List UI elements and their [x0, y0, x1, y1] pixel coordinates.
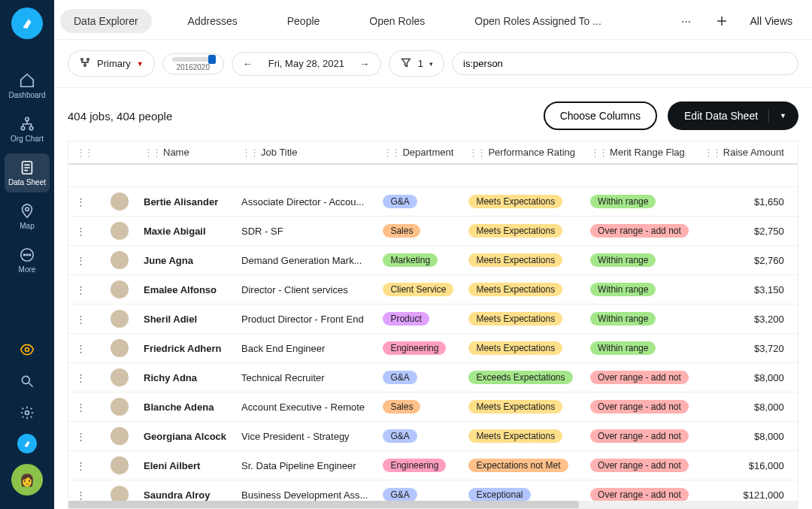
sidebar-item-orgchart[interactable]: Org Chart	[5, 110, 50, 149]
table-row[interactable]: ⋮Blanche AdenaAccount Executive - Remote…	[68, 392, 798, 422]
svg-point-4	[26, 208, 29, 211]
table-row[interactable]: ⋮Friedrick AdhernBack End EngineerEngine…	[68, 334, 798, 363]
cell-raise: $16,000	[696, 451, 792, 480]
grip-icon: ⋮⋮	[468, 147, 485, 158]
user-avatar[interactable]: 👩	[11, 464, 43, 495]
table-row[interactable]: ⋮June AgnaDemand Generation Mark...Marke…	[68, 246, 798, 275]
edit-datasheet-button[interactable]: Edit Data Sheet ▼	[668, 101, 798, 130]
tab-open-roles[interactable]: Open Roles	[356, 9, 438, 33]
date-label: Fri, May 28, 2021	[268, 58, 344, 69]
choose-columns-button[interactable]: Choose Columns	[544, 101, 657, 130]
col-dept[interactable]: ⋮⋮Department	[375, 141, 461, 164]
cell-name: Emalee Alfonso	[136, 275, 234, 304]
col-raise[interactable]: ⋮⋮Raise Amount	[696, 141, 792, 164]
main: Data Explorer Addresses People Open Role…	[54, 0, 812, 509]
row-menu-icon[interactable]: ⋮	[76, 196, 86, 208]
sidebar-item-dashboard[interactable]: Dashboard	[5, 66, 50, 105]
table-wrap[interactable]: ⋮⋮ ⋮⋮Name ⋮⋮Job Title ⋮⋮Department ⋮⋮Per…	[68, 141, 798, 509]
row-menu-icon[interactable]: ⋮	[76, 401, 86, 413]
table-row[interactable]: ⋮Bertie AlisanderAssociate Director - Ac…	[68, 187, 798, 217]
col-name[interactable]: ⋮⋮Name	[136, 141, 234, 164]
row-menu-icon[interactable]: ⋮	[76, 255, 86, 266]
cell-title: Sr. Data Pipeline Engineer	[234, 451, 375, 480]
caret-down-icon[interactable]: ▼	[780, 112, 786, 120]
cell-title: Vice President - Strategy	[234, 422, 375, 451]
svg-point-6	[23, 254, 25, 256]
all-views-button[interactable]: All Views	[750, 15, 792, 27]
app-logo[interactable]	[11, 8, 43, 39]
table-row[interactable]: ⋮Richy AdnaTechnical RecruiterG&AExceeds…	[68, 363, 798, 392]
cell-dept: G&A	[375, 363, 461, 392]
row-menu-icon[interactable]: ⋮	[76, 314, 86, 325]
col-perf[interactable]: ⋮⋮Performance Rating	[461, 141, 583, 164]
tab-overflow-icon[interactable]: ⋯	[677, 13, 694, 29]
scrollbar-thumb[interactable]	[68, 501, 579, 508]
col-menu[interactable]: ⋮⋮	[68, 141, 103, 164]
query-input[interactable]	[463, 58, 787, 69]
col-raisepct[interactable]: ⋮⋮Raise %	[792, 141, 798, 164]
sheet-icon	[19, 159, 35, 176]
row-menu-icon[interactable]: ⋮	[76, 460, 86, 471]
cell-title: Technical Recruiter	[234, 363, 375, 392]
sidebar-item-datasheet[interactable]: Data Sheet	[5, 153, 50, 192]
cell-raisepct: 0.05	[792, 422, 798, 451]
filter-button[interactable]: 1 ▾	[389, 50, 444, 77]
branch-icon	[79, 56, 91, 71]
slider-handle[interactable]	[208, 55, 216, 64]
cell-raisepct: 0.03	[792, 246, 798, 275]
tab-open-roles-assigned[interactable]: Open Roles Assigned To ...	[461, 9, 615, 33]
sidebar-item-map[interactable]: Map	[5, 197, 50, 236]
cell-merit: Within range	[583, 275, 696, 304]
next-date-icon[interactable]: →	[359, 58, 370, 70]
avatar	[111, 280, 129, 298]
cell-name: Blanche Adena	[136, 392, 234, 422]
cell-name: Georgiana Alcock	[136, 422, 234, 451]
date-slider[interactable]: 20162020	[162, 53, 224, 74]
tab-addresses[interactable]: Addresses	[174, 9, 251, 33]
grip-icon: ⋮⋮	[76, 147, 92, 158]
table-row[interactable]: ⋮Sheril AdielProduct Director - Front En…	[68, 304, 798, 334]
search-icon[interactable]	[17, 371, 38, 392]
date-picker[interactable]: ← Fri, May 28, 2021 →	[232, 52, 381, 76]
table-row[interactable]: ⋮Maxie AbigailSDR - SFSalesMeets Expecta…	[68, 217, 798, 246]
row-menu-icon[interactable]: ⋮	[76, 431, 86, 442]
avatar	[111, 222, 129, 240]
cell-title: Director - Client services	[234, 275, 375, 304]
col-title[interactable]: ⋮⋮Job Title	[234, 141, 375, 164]
cell-name: Friedrick Adhern	[136, 334, 234, 363]
brand-mini-icon[interactable]	[17, 434, 37, 453]
col-avatar[interactable]	[103, 141, 136, 164]
visibility-icon[interactable]	[17, 339, 38, 360]
table-row[interactable]: ⋮Georgiana AlcockVice President - Strate…	[68, 422, 798, 451]
cell-raisepct: 0.04	[792, 304, 798, 334]
row-menu-icon[interactable]: ⋮	[76, 284, 86, 295]
cell-merit: Within range	[583, 187, 696, 217]
tab-data-explorer[interactable]: Data Explorer	[60, 9, 152, 33]
sidebar-item-label: Dashboard	[9, 91, 46, 99]
table-row[interactable]: ⋮Emalee AlfonsoDirector - Client service…	[68, 275, 798, 304]
tab-people[interactable]: People	[274, 9, 334, 33]
sidebar-item-more[interactable]: More	[5, 241, 50, 280]
sidebar: Dashboard Org Chart Data Sheet Map More …	[0, 0, 54, 509]
add-tab-icon[interactable]	[714, 13, 730, 29]
settings-icon[interactable]	[17, 402, 38, 423]
slider-range-label: 20162020	[176, 63, 210, 71]
horizontal-scrollbar[interactable]	[68, 501, 798, 508]
col-merit[interactable]: ⋮⋮Merit Range Flag	[583, 141, 696, 164]
row-menu-icon[interactable]: ⋮	[76, 226, 86, 237]
cell-perf: Meets Expectations	[461, 246, 583, 275]
query-input-wrap[interactable]	[452, 52, 798, 75]
primary-scenario-selector[interactable]: Primary ▼	[68, 50, 155, 77]
prev-date-icon[interactable]: ←	[243, 58, 253, 70]
row-menu-icon[interactable]: ⋮	[76, 343, 86, 354]
avatar	[111, 456, 129, 474]
slider-track	[172, 57, 214, 62]
row-menu-icon[interactable]: ⋮	[76, 372, 86, 383]
aggregate-raisepct: 1.46	[792, 164, 798, 187]
cell-name: Richy Adna	[136, 363, 234, 392]
table-row[interactable]: ⋮Eleni AilbertSr. Data Pipeline Engineer…	[68, 451, 798, 480]
svg-point-12	[81, 59, 83, 61]
row-menu-icon[interactable]: ⋮	[76, 489, 86, 501]
filter-icon	[400, 56, 412, 71]
separator	[768, 109, 769, 123]
